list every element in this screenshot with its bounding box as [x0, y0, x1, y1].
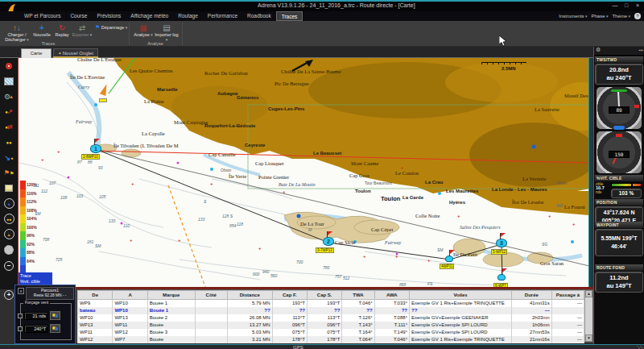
flags-icon[interactable]: ⚑: [2, 166, 16, 180]
chart-label: Pointe Grenier: [258, 174, 289, 180]
column-header-3[interactable]: Côté: [195, 291, 227, 300]
zoom-point-icon[interactable]: ●: [2, 197, 16, 210]
waypoint-marker-2[interactable]: 2: [323, 237, 334, 246]
menu-tabs: WP et ParcoursCoursePrévisionsAffichage …: [19, 11, 303, 21]
menu-tab-prévisions[interactable]: Prévisions: [92, 11, 126, 21]
svg-text:+: +: [283, 189, 286, 194]
column-header-11[interactable]: Passage à: [551, 291, 584, 300]
depth-sounding: 560: [270, 273, 277, 278]
table-row[interactable]: WP11WP12Bouée 35.03 MN075°T075°TT.164°T.…: [78, 329, 584, 336]
table-row[interactable]: WP12WP7Bouée3.21 MN178°T178°TT.064°T.046…: [78, 336, 584, 343]
zoom-out-icon[interactable]: −: [2, 259, 16, 272]
wind-speed-picker-button[interactable]: [50, 311, 60, 320]
flag-icon: [502, 268, 507, 272]
depannage-button[interactable]: ⚑ Dépannage: [95, 23, 127, 31]
lifebuoy-icon[interactable]: [2, 59, 16, 73]
parcours-close-button[interactable]: x: [18, 288, 24, 294]
column-header-6[interactable]: Cap S.: [308, 291, 342, 300]
table-row[interactable]: WP9WP10Bouée 15.79 MN193°T193°TT.046°T.0…: [78, 300, 584, 307]
waypoint-label: 3-7WP13: [316, 247, 334, 253]
table-row[interactable]: WP10WP13Bouée 226.08 MN113°T113°TT.126°T…: [78, 314, 584, 322]
tab-carte[interactable]: Carte: [21, 48, 52, 58]
note-icon[interactable]: [2, 181, 16, 195]
help-icon[interactable]: ?: [634, 13, 641, 19]
waypoints-icon[interactable]: ●●: [2, 135, 16, 149]
gear-icon[interactable]: ⚙: [596, 47, 601, 53]
boat-config-icon[interactable]: ⚙: [2, 89, 16, 103]
menu-tab-course[interactable]: Course: [65, 11, 92, 21]
chart-label: Hyères: [449, 200, 465, 205]
chart-label: Les Maurettes: [446, 189, 478, 193]
compass-lcd: 89: [609, 106, 630, 114]
resize-grip[interactable]: [638, 346, 643, 349]
waypoint-move-icon[interactable]: ●⇄: [2, 120, 16, 134]
chart-label: Obstn: [221, 168, 231, 172]
chart-vertical-scrollbar[interactable]: [588, 58, 592, 287]
menu-instruments[interactable]: Instruments: [559, 14, 587, 19]
wind-dir-picker-button[interactable]: [50, 324, 60, 333]
wind-speed-checkbox[interactable]: [18, 314, 23, 318]
table-row[interactable]: bateauWP10Bouée 1????????????—: [78, 307, 584, 314]
chart-label: Le Beausset: [313, 151, 341, 156]
column-header-9[interactable]: Voiles: [410, 291, 512, 300]
waypoint-marker[interactable]: [445, 256, 453, 262]
menu-tab-performance[interactable]: Performance: [203, 11, 242, 21]
selection-circle-icon[interactable]: [2, 243, 16, 256]
drop-waypoint-icon[interactable]: ↘●: [2, 151, 16, 164]
zoom-boat-icon[interactable]: ▲: [2, 227, 16, 241]
menu-tab-routage[interactable]: Routage: [173, 11, 203, 21]
depth-sounding: 725: [56, 257, 62, 262]
depth-sounding: FS: [427, 281, 432, 286]
svg-text:+: +: [210, 181, 213, 186]
svg-text:+: +: [457, 214, 460, 218]
exporter-button[interactable]: ⇄ Exporter: [72, 23, 93, 44]
analyse-icon: ▦: [132, 23, 155, 32]
menu-tab-affichage-météo[interactable]: Affichage météo: [126, 11, 173, 21]
chart-label: Fairway: [385, 240, 401, 245]
close-button[interactable]: ×: [633, 2, 642, 10]
pin-icons[interactable]: ▪▪▪: [639, 48, 643, 52]
menu-thème[interactable]: Thème: [612, 14, 630, 19]
column-header-1[interactable]: A: [113, 291, 147, 300]
column-header-7[interactable]: TWA: [342, 291, 374, 300]
chart-sheet-icon[interactable]: [2, 74, 16, 88]
zoom-waypoints-icon[interactable]: ●●: [2, 212, 16, 226]
wind-speed-field[interactable]: 21 nds: [24, 312, 48, 320]
column-header-10[interactable]: Durée: [512, 291, 552, 300]
maximize-button[interactable]: □: [621, 2, 631, 10]
wind-speed-row: 21 nds: [18, 311, 60, 320]
chart-label: Obstn: [556, 181, 567, 185]
depth-sounding: SG: [542, 242, 547, 247]
depth-sounding: 103: [76, 193, 83, 198]
menu-tab-traces[interactable]: Traces: [276, 11, 303, 21]
minimize-button[interactable]: —: [610, 2, 620, 10]
menu-phase[interactable]: Phase: [591, 14, 608, 19]
scroll-up-icon[interactable]: ▲: [585, 290, 592, 297]
column-header-2[interactable]: Marque: [147, 291, 195, 300]
column-header-4[interactable]: Distance: [227, 291, 272, 300]
waypoint-route-icon[interactable]: ●↗: [2, 105, 16, 118]
waypoint-marker[interactable]: [497, 274, 506, 280]
title-bar: Adrena V13.9.1.26 - 24_11_2016_a.trc - R…: [0, 2, 644, 11]
table-scrollbar[interactable]: ▲ ▼: [584, 290, 592, 342]
waypoint-header: WAYPOINT: [595, 222, 643, 228]
depth-sounding: 708: [43, 237, 49, 242]
scroll-down-icon[interactable]: ▼: [585, 334, 592, 342]
legend-entry: 84%: [20, 257, 37, 266]
wind-dir-field[interactable]: 240°T: [24, 325, 48, 333]
wind-dir-checkbox[interactable]: [18, 326, 23, 331]
nautical-chart[interactable]: +++ +++ +++ +++ +++ Chaîne De L'EstaqueÎ…: [18, 58, 588, 287]
menu-tab-roadbook[interactable]: Roadbook: [242, 11, 276, 21]
waypoint-marker-1[interactable]: 1: [90, 144, 101, 153]
twa-gauge[interactable]: 150: [597, 131, 642, 173]
column-header-8[interactable]: AWA: [374, 291, 409, 300]
depth-sounding: 93: [98, 165, 103, 170]
compass-gauge[interactable]: 89: [597, 87, 642, 129]
column-header-5[interactable]: Cap F.: [272, 291, 307, 300]
column-header-0[interactable]: De: [78, 291, 113, 300]
chart-label: Marseille: [157, 87, 178, 92]
menu-tab-wp-et-parcours[interactable]: WP et Parcours: [19, 11, 65, 21]
tws-twd-value: 20.8nd au 240°T: [595, 64, 643, 85]
waypoint-marker-3[interactable]: 3: [496, 239, 507, 247]
table-row[interactable]: WP13WP11Bouée13.27 MN096°T096°TT.143°T.1…: [78, 322, 584, 329]
